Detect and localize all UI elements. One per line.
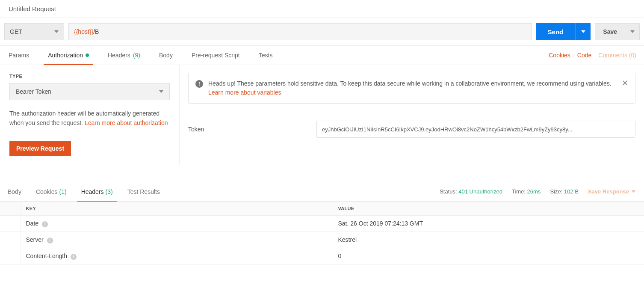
resp-tab-tests[interactable]: Test Results — [123, 182, 164, 201]
method-value: GET — [10, 28, 22, 35]
size-label: Size: — [550, 188, 562, 195]
size-wrap: Size: 102 B — [550, 188, 579, 195]
info-icon: i — [42, 221, 48, 227]
token-label: Token — [188, 126, 299, 133]
response-tabs: Body Cookies (1) Headers (3) Test Result… — [0, 182, 644, 202]
response-headers-table: KEY VALUE DateiSat, 26 Oct 2019 07:24:13… — [0, 202, 644, 264]
chevron-down-icon — [630, 30, 635, 34]
size-value: 102 B — [564, 188, 579, 195]
status-wrap: Status: 401 Unauthorized — [440, 188, 502, 195]
chevron-down-icon — [632, 190, 635, 193]
modified-dot-icon — [86, 53, 89, 57]
url-variable: {{host}} — [74, 28, 93, 35]
row-blank — [0, 232, 21, 248]
auth-description: The authorization header will be automat… — [9, 109, 170, 128]
time-label: Time: — [512, 188, 526, 195]
table-header-blank — [0, 202, 21, 216]
table-header-key: KEY — [21, 202, 333, 216]
token-row: Token eyJhbGciOiJIUzI1NiIsInR5cCI6IkpXVC… — [188, 121, 635, 138]
row-key: Datei — [21, 215, 333, 232]
chevron-down-icon — [581, 30, 585, 34]
status-value: 401 Unauthorized — [458, 188, 502, 195]
tab-params[interactable]: Params — [4, 46, 33, 65]
auth-type-label: TYPE — [9, 74, 170, 79]
tab-authorization[interactable]: Authorization — [44, 46, 93, 65]
send-button[interactable]: Send — [536, 23, 576, 40]
alert-text-wrap: Heads up! These parameters hold sensitiv… — [208, 79, 617, 97]
table-row: DateiSat, 26 Oct 2019 07:24:13 GMT — [0, 215, 644, 232]
auth-type-select[interactable]: Bearer Token — [9, 83, 170, 100]
chevron-down-icon — [54, 30, 59, 34]
tab-headers[interactable]: Headers (9) — [103, 46, 145, 65]
save-response-button[interactable]: Save Response — [588, 188, 635, 195]
save-dropdown[interactable] — [625, 23, 640, 40]
alert-sensitive-data: ! Heads up! These parameters hold sensit… — [188, 73, 635, 104]
send-dropdown[interactable] — [575, 23, 591, 40]
auth-right-panel: ! Heads up! These parameters hold sensit… — [180, 65, 644, 165]
info-icon: i — [71, 254, 77, 260]
table-row: Content-Lengthi0 — [0, 248, 644, 264]
alert-text: Heads up! These parameters hold sensitiv… — [208, 80, 612, 87]
request-title: Untitled Request — [0, 0, 644, 18]
auth-type-value: Bearer Token — [16, 88, 51, 95]
resp-tab-cookies-label: Cookies — [36, 188, 58, 195]
save-button[interactable]: Save — [595, 23, 625, 40]
request-row: GET {{host}}/B Send Save — [0, 18, 644, 46]
resp-tab-body[interactable]: Body — [3, 182, 26, 201]
chevron-down-icon — [159, 89, 163, 94]
preview-request-button[interactable]: Preview Request — [9, 141, 71, 156]
row-value: Kestrel — [333, 232, 644, 248]
row-key: Serveri — [21, 232, 333, 248]
method-select[interactable]: GET — [4, 23, 64, 40]
time-wrap: Time: 26ms — [512, 188, 541, 195]
alert-close-button[interactable]: ✕ — [622, 79, 628, 87]
row-blank — [0, 215, 21, 232]
link-cookies[interactable]: Cookies — [545, 46, 574, 65]
row-value: 0 — [333, 248, 644, 264]
resp-tab-headers-count: (3) — [106, 188, 113, 195]
alert-icon: ! — [195, 80, 203, 88]
info-icon: i — [47, 238, 53, 244]
tab-prerequest[interactable]: Pre-request Script — [187, 46, 244, 65]
auth-learn-more-link[interactable]: Learn more about authorization — [85, 119, 168, 126]
table-row: ServeriKestrel — [0, 232, 644, 248]
tab-body[interactable]: Body — [155, 46, 177, 65]
response-section: Body Cookies (1) Headers (3) Test Result… — [0, 182, 644, 264]
save-response-label: Save Response — [588, 188, 629, 195]
row-value: Sat, 26 Oct 2019 07:24:13 GMT — [333, 215, 644, 232]
row-key: Content-Lengthi — [21, 248, 333, 264]
url-path: /B — [93, 28, 99, 35]
alert-learn-more-link[interactable]: Learn more about variables — [208, 89, 281, 96]
url-input[interactable]: {{host}}/B — [68, 23, 532, 40]
authorization-panel: TYPE Bearer Token The authorization head… — [0, 65, 644, 165]
link-code[interactable]: Code — [574, 46, 595, 65]
status-label: Status: — [440, 188, 457, 195]
auth-left-panel: TYPE Bearer Token The authorization head… — [0, 65, 180, 165]
resp-tab-headers[interactable]: Headers (3) — [77, 182, 117, 201]
resp-tab-cookies-count: (1) — [59, 188, 67, 195]
link-comments[interactable]: Comments (0) — [595, 46, 640, 65]
request-tabs: Params Authorization Headers (9) Body Pr… — [0, 46, 644, 65]
tab-authorization-label: Authorization — [48, 52, 83, 59]
response-meta: Status: 401 Unauthorized Time: 26ms Size… — [440, 188, 641, 195]
resp-tab-cookies[interactable]: Cookies (1) — [32, 182, 71, 201]
tab-tests[interactable]: Tests — [254, 46, 277, 65]
resp-tab-headers-label: Headers — [81, 188, 104, 195]
row-blank — [0, 248, 21, 264]
tab-headers-label: Headers — [108, 52, 130, 59]
table-header-value: VALUE — [333, 202, 644, 216]
token-input[interactable]: eyJhbGciOiJIUzI1NiIsInR5cCI6IkpXVCJ9.eyJ… — [316, 121, 635, 138]
tab-headers-count: (9) — [133, 52, 140, 59]
time-value: 26ms — [527, 188, 541, 195]
